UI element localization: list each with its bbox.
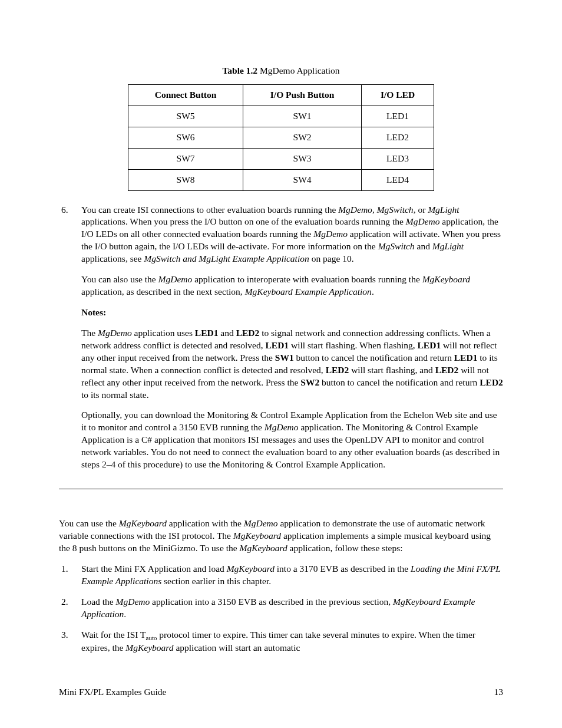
step-3: 3. Wait for the ISI Tauto protocol timer…: [59, 629, 503, 655]
paragraph: The MgDemo application uses LED1 and LED…: [81, 327, 503, 401]
table-cell: SW8: [128, 169, 243, 190]
table-row: SW6 SW2 LED2: [128, 127, 434, 148]
table-cell: SW6: [128, 127, 243, 148]
mgdemo-table: Connect Button I/O Push Button I/O LED S…: [128, 84, 434, 191]
table-title: MgDemo Application: [257, 65, 340, 75]
table-cell: SW7: [128, 148, 243, 169]
col-header: I/O LED: [362, 84, 434, 106]
table-cell: LED2: [362, 127, 434, 148]
paragraph: You can also use the MgDemo application …: [81, 274, 503, 298]
table-caption: Table 1.2 MgDemo Application: [59, 65, 503, 77]
footer-title: Mini FX/PL Examples Guide: [59, 686, 166, 699]
list-content: Wait for the ISI Tauto protocol timer to…: [81, 629, 503, 655]
notes-heading: Notes:: [81, 307, 503, 319]
table-number: Table 1.2: [222, 65, 257, 75]
table-row: SW7 SW3 LED3: [128, 148, 434, 169]
table-cell: LED3: [362, 148, 434, 169]
list-number: 2.: [59, 596, 81, 621]
paragraph: You can use the MgKeyboard application w…: [59, 518, 503, 555]
table-cell: SW4: [243, 169, 362, 190]
table-row: SW5 SW1 LED1: [128, 106, 434, 127]
table-cell: SW1: [243, 106, 362, 127]
list-content: Load the MgDemo application into a 3150 …: [81, 596, 503, 621]
table-header-row: Connect Button I/O Push Button I/O LED: [128, 84, 434, 106]
list-number: 1.: [59, 563, 81, 588]
table-cell: SW2: [243, 127, 362, 148]
table-cell: SW5: [128, 106, 243, 127]
col-header: Connect Button: [128, 84, 243, 106]
list-number: 6.: [59, 204, 81, 480]
section-divider: [59, 489, 503, 489]
step-1: 1. Start the Mini FX Application and loa…: [59, 563, 503, 588]
list-content: Start the Mini FX Application and load M…: [81, 563, 503, 588]
table-row: SW8 SW4 LED4: [128, 169, 434, 190]
step-2: 2. Load the MgDemo application into a 31…: [59, 596, 503, 621]
list-content: You can create ISI connections to other …: [81, 204, 503, 480]
paragraph: You can create ISI connections to other …: [81, 204, 503, 266]
table-cell: LED1: [362, 106, 434, 127]
table-cell: LED4: [362, 169, 434, 190]
list-item-6: 6. You can create ISI connections to oth…: [59, 204, 503, 480]
table-cell: SW3: [243, 148, 362, 169]
list-number: 3.: [59, 629, 81, 655]
page-footer: Mini FX/PL Examples Guide 13: [59, 686, 503, 699]
col-header: I/O Push Button: [243, 84, 362, 106]
paragraph: Optionally, you can download the Monitor…: [81, 409, 503, 471]
document-page: Table 1.2 MgDemo Application Connect But…: [0, 0, 562, 728]
page-number: 13: [494, 686, 504, 699]
